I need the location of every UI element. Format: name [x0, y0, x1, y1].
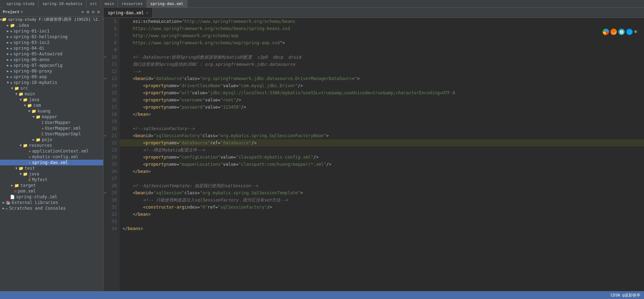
folder-icon-com: 📁: [27, 103, 32, 108]
tree-item-scratches[interactable]: ▶ ✏️ Scratches and Consoles: [0, 205, 103, 211]
tree-item-spring-study[interactable]: ▼ 📁 spring-study F:\班级管理\西开 [19525] \2. …: [0, 16, 103, 23]
code-line-34: </beans>: [120, 225, 644, 232]
module-icon-01: ▪: [10, 29, 12, 34]
locate-icon[interactable]: ⊙: [81, 9, 85, 15]
code-line-9: [120, 46, 644, 54]
tree-label-spring-07: spring-07-appconfig: [14, 63, 62, 68]
tree-item-pom[interactable]: m pom.xml: [0, 188, 103, 194]
tree-item-java-test[interactable]: ▼ 📁 java: [0, 171, 103, 177]
arrow-src: ▼: [10, 86, 14, 90]
arrow-spring-06: ▶: [6, 58, 10, 61]
tree-item-pojo[interactable]: ▶ 📁 pojo: [0, 137, 103, 143]
tree-item-spring-02[interactable]: ▶ ▪ spring-02-hellospring: [0, 34, 103, 40]
safari-icon[interactable]: 🧭: [618, 29, 625, 35]
tree-label-scratches: Scratches and Consoles: [9, 206, 66, 211]
tree-item-target[interactable]: ▶ 📁 target: [0, 183, 103, 188]
tree-label-mapper: mapper: [42, 114, 57, 119]
line-num-15: 15: [106, 89, 117, 96]
arrow-com: ▼: [23, 104, 27, 107]
expand-icon[interactable]: ⊞: [86, 9, 90, 15]
library-icon: 📚: [6, 200, 11, 205]
tree-item-usermapperimpl[interactable]: C UserMapperImpl: [0, 131, 103, 137]
line-num-32: 32: [106, 211, 117, 218]
project-tree: ▼ 📁 spring-study F:\班级管理\西开 [19525] \2. …: [0, 16, 103, 291]
editor-tab-spring-dao[interactable]: spring-dao.xml ✕: [104, 8, 153, 18]
tree-item-spring-03[interactable]: ▶ ▪ spring-03-ioc2: [0, 40, 103, 45]
code-line-20: <!--sqlSessionFactory-->: [120, 125, 644, 132]
tab-spring-dao-xml[interactable]: spring-dao.xml: [147, 0, 187, 8]
tree-item-com[interactable]: ▼ 📁 com: [0, 103, 103, 108]
tree-item-spring-dao[interactable]: ✦ spring-dao.xml: [0, 160, 103, 165]
tree-label-java: java: [29, 97, 39, 102]
tree-item-resources[interactable]: ▼ 📁 resources: [0, 143, 103, 148]
tree-item-spring-08[interactable]: ▶ ▪ spring-08-proxy: [0, 68, 103, 74]
tree-item-usermapper[interactable]: I UserMapper: [0, 120, 103, 125]
code-line-28: <!--SqlSessionTemplate: 就是我们使用的sqlSessio…: [120, 182, 644, 189]
tree-item-mybatis-config[interactable]: ✦ mybatis-config.xml: [0, 154, 103, 160]
line-num-33: 33: [106, 218, 117, 225]
code-line-18: </bean>: [120, 111, 644, 118]
tab-resources[interactable]: resources: [118, 0, 147, 8]
tree-item-spring-06[interactable]: ▶ ▪ spring-06-anno: [0, 57, 103, 63]
firefox-icon[interactable]: 🦊: [610, 29, 617, 35]
tab-main[interactable]: main: [101, 0, 118, 8]
tree-label-spring-04: spring-04-di: [14, 46, 45, 51]
tree-item-main[interactable]: ▼ 📁 main: [0, 91, 103, 97]
line-num-28: 28: [106, 182, 117, 189]
tree-label-pojo: pojo: [42, 137, 52, 142]
tree-item-idea[interactable]: ▶ 📁 .idea: [0, 23, 103, 28]
tree-item-spring-09[interactable]: ▶ ▪ spring-09-aop: [0, 74, 103, 80]
tree-item-usermapper-xml[interactable]: ✦ UserMapper.xml: [0, 125, 103, 131]
code-line-22: 💡 <property name="dataSource" ref="dataS…: [120, 139, 644, 146]
code-line-15: <property name="url" value="jdbc:mysql:/…: [120, 89, 644, 96]
tab-spring-study[interactable]: spring-study: [3, 0, 39, 8]
iml-icon: 📄: [10, 195, 15, 199]
tab-spring-10-mybatis[interactable]: spring-10-mybatis: [39, 0, 86, 8]
settings-icon[interactable]: ⚙: [96, 9, 100, 15]
tree-item-test[interactable]: ▼ 📁 test: [0, 165, 103, 171]
tab-src[interactable]: src: [86, 0, 101, 8]
collapse-icon[interactable]: ⊟: [91, 9, 95, 15]
tree-label-spring-09: spring-09-aop: [14, 74, 47, 79]
tree-item-src[interactable]: ▼ 📁 src: [0, 85, 103, 91]
tree-label-spring-02: spring-02-hellospring: [14, 34, 68, 39]
sidebar-icons: ⊙ ⊞ ⊟ ⚙: [81, 9, 101, 15]
arrow-spring-08: ▶: [6, 69, 10, 73]
lightbulb-icon[interactable]: 💡: [120, 140, 120, 147]
line-num-7: 7: [106, 32, 117, 39]
module-icon-10: ▪: [10, 80, 12, 85]
folder-icon-idea: 📁: [10, 23, 15, 28]
line-num-8: 8: [106, 39, 117, 46]
maven-icon-pom: m: [14, 189, 17, 194]
tree-item-java[interactable]: ▼ 📁 java: [0, 97, 103, 103]
line-num-24: 24: [106, 154, 117, 161]
xml-icon-usermapper: ✦: [41, 126, 44, 131]
tree-label-spring-06: spring-06-anno: [14, 57, 50, 62]
tree-item-spring-01[interactable]: ▶ ▪ spring-01-ioc1: [0, 28, 103, 34]
arrow-java-test: ▼: [19, 172, 23, 176]
edge-icon[interactable]: 🌐: [626, 29, 633, 35]
arrow-test: ▼: [14, 166, 19, 170]
status-csdn: CDSN @蓝影铁亭: [610, 293, 640, 298]
code-line-33: [120, 218, 644, 225]
arrow-java: ▼: [19, 98, 23, 101]
tree-item-spring-05[interactable]: ▶ ▪ spring-05-Autowired: [0, 51, 103, 57]
tree-item-spring-10[interactable]: ▼ ▪ spring-10-mybatis: [0, 80, 103, 85]
sidebar: Project ▼ ⊙ ⊞ ⊟ ⚙ ▼ 📁 spring-study F:\班级…: [0, 8, 104, 291]
tree-item-mapper[interactable]: ▼ 📁 mapper: [0, 114, 103, 120]
code-line-13: <bean id="dataSource" class="org.springf…: [120, 75, 644, 82]
chrome-icon[interactable]: [603, 29, 609, 35]
tree-item-kuang[interactable]: ▼ 📁 kuang: [0, 108, 103, 114]
tree-item-mytest[interactable]: C MyTest: [0, 177, 103, 183]
interface-icon-usermapper: I: [41, 120, 44, 125]
tree-item-ext-libs[interactable]: ▶ 📚 External Libraries: [0, 200, 103, 205]
tree-item-spring-07[interactable]: ▶ ▪ spring-07-appconfig: [0, 63, 103, 68]
code-content[interactable]: xsi:schemaLocation="http://www.springfra…: [120, 18, 644, 291]
code-line-30: <!-- 只能使用构造器注入sqlSessionFactory，因为它没有set…: [120, 196, 644, 204]
more-browsers-icon[interactable]: ⊕: [634, 29, 640, 35]
tree-item-spring-04[interactable]: ▶ ▪ spring-04-di: [0, 45, 103, 51]
tree-item-iml[interactable]: 📄 spring-study.iml: [0, 194, 103, 200]
xml-icon-spring-dao: ✦: [29, 160, 31, 165]
editor-tab-close[interactable]: ✕: [146, 11, 148, 15]
tree-item-appcontext[interactable]: ✦ applicationContext.xml: [0, 148, 103, 154]
